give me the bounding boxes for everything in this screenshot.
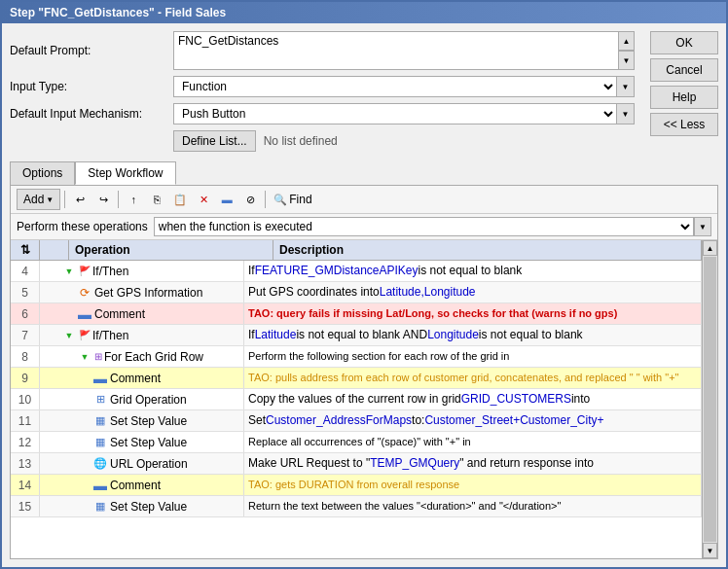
main-window: Step "FNC_GetDistances" - Field Sales De… bbox=[0, 0, 728, 569]
input-type-label: Input Type: bbox=[10, 80, 165, 93]
operation-label: Set Step Value bbox=[110, 500, 187, 514]
search-icon-btn[interactable]: 🔍 Find bbox=[270, 189, 315, 210]
row-operation[interactable]: ▼ 🚩 If/Then bbox=[40, 325, 244, 345]
table-row: 9 ▬ Comment TAO: pulls address from each… bbox=[11, 368, 702, 389]
row-description: Return the text between the values "<dur… bbox=[244, 496, 702, 516]
default-prompt-row: Default Prompt: FNC_GetDistances ▲ ▼ bbox=[10, 31, 635, 70]
paste-button[interactable]: 📋 bbox=[169, 189, 191, 210]
side-buttons: OK Cancel Help << Less bbox=[650, 31, 718, 152]
cancel-button[interactable]: Cancel bbox=[650, 58, 718, 82]
perform-dropdown-btn[interactable]: ▼ bbox=[694, 217, 711, 236]
row-description: Put GPS coordinates into Latitude,Longit… bbox=[244, 282, 702, 302]
row-num: 9 bbox=[11, 368, 40, 388]
row-description: Make URL Request to "TEMP_GMQuery" and r… bbox=[244, 453, 702, 474]
setstep-icon: ▦ bbox=[92, 499, 108, 515]
help-button[interactable]: Help bbox=[650, 86, 718, 109]
row-num: 14 bbox=[11, 475, 40, 495]
perform-select[interactable]: when the function is executed bbox=[154, 217, 694, 236]
scroll-thumb[interactable] bbox=[704, 257, 716, 542]
if-icon: 🚩 bbox=[79, 266, 91, 276]
vertical-scrollbar[interactable]: ▲ ▼ bbox=[702, 240, 717, 558]
url-icon: 🌐 bbox=[92, 456, 108, 472]
input-type-dropdown-btn[interactable]: ▼ bbox=[617, 76, 635, 97]
operation-label: Get GPS Information bbox=[94, 286, 202, 300]
prompt-scroll-up[interactable]: ▲ bbox=[619, 31, 635, 51]
row-operation[interactable]: ▦ Set Step Value bbox=[40, 410, 244, 431]
tab-step-workflow[interactable]: Step Workflow bbox=[75, 161, 175, 185]
table-row: 14 ▬ Comment TAO: gets DURATION from ove… bbox=[11, 475, 702, 496]
tab-content: Add ▼ ↩ ↪ ↑ ⎘ 📋 ✕ ▬ ⊘ 🔍 Fin bbox=[10, 185, 718, 559]
operation-label: URL Operation bbox=[110, 457, 188, 471]
comment-button[interactable]: ▬ bbox=[216, 189, 237, 210]
table-row: 12 ▦ Set Step Value Replace all occurren… bbox=[11, 432, 702, 453]
delete-button[interactable]: ✕ bbox=[193, 189, 214, 210]
row-description: If Latitude is not equal to blank AND Lo… bbox=[244, 325, 702, 345]
table-row: 10 ⊞ Grid Operation Copy the values of t… bbox=[11, 389, 702, 410]
define-list-button[interactable]: Define List... bbox=[173, 130, 256, 152]
row-num: 15 bbox=[11, 496, 40, 516]
add-button[interactable]: Add ▼ bbox=[17, 189, 60, 210]
sep2 bbox=[118, 191, 119, 208]
table-row: 15 ▦ Set Step Value Return the text betw… bbox=[11, 496, 702, 517]
row-description: TAO: gets DURATION from overall response bbox=[244, 475, 702, 495]
row-operation[interactable]: ▦ Set Step Value bbox=[40, 496, 244, 516]
tab-options[interactable]: Options bbox=[10, 161, 75, 185]
row-operation[interactable]: ⟳ Get GPS Information bbox=[40, 282, 244, 302]
sep3 bbox=[265, 191, 266, 208]
default-input-mechanism-dropdown-btn[interactable]: ▼ bbox=[617, 103, 635, 124]
table-row: 7 ▼ 🚩 If/Then If Latitude is not equal t… bbox=[11, 325, 702, 346]
default-prompt-label: Default Prompt: bbox=[10, 44, 165, 57]
input-type-select[interactable]: Function bbox=[173, 76, 617, 97]
comment-icon: ▬ bbox=[77, 306, 92, 322]
less-button[interactable]: << Less bbox=[650, 113, 718, 136]
row-operation[interactable]: ⊞ Grid Operation bbox=[40, 389, 244, 409]
operation-label: Grid Operation bbox=[110, 393, 187, 407]
copy-button[interactable]: ⎘ bbox=[146, 189, 167, 210]
scroll-up-btn[interactable]: ▲ bbox=[703, 240, 717, 256]
th-sort[interactable]: ⇅ bbox=[11, 240, 40, 260]
th-operation: Operation bbox=[69, 240, 273, 260]
ok-button[interactable]: OK bbox=[650, 31, 718, 54]
add-label: Add bbox=[23, 193, 44, 206]
disable-button[interactable]: ⊘ bbox=[239, 189, 261, 210]
prompt-scroll: ▲ ▼ bbox=[619, 31, 635, 70]
default-input-mechanism-row: Default Input Mechanism: Push Button ▼ bbox=[10, 103, 635, 124]
row-operation[interactable]: ▼ 🚩 If/Then bbox=[40, 261, 244, 281]
operation-label: If/Then bbox=[92, 265, 128, 278]
gridop-icon: ⊞ bbox=[92, 392, 108, 408]
table-row: 11 ▦ Set Step Value Set Customer_Address… bbox=[11, 410, 702, 432]
row-description: Perform the following section for each r… bbox=[244, 346, 702, 367]
define-list-row: Define List... No list defined bbox=[10, 130, 635, 152]
row-operation[interactable]: ▬ Comment bbox=[40, 368, 244, 388]
row-operation[interactable]: ▦ Set Step Value bbox=[40, 432, 244, 452]
operation-label: Comment bbox=[110, 479, 161, 492]
row-operation[interactable]: ▬ Comment bbox=[40, 303, 244, 324]
forgrid-icon: ▼ bbox=[77, 349, 92, 365]
prompt-scroll-down[interactable]: ▼ bbox=[619, 51, 635, 70]
table-row: 8 ▼ ⊞ For Each Grid Row Perform the foll… bbox=[11, 346, 702, 368]
no-list-label: No list defined bbox=[264, 134, 338, 148]
default-input-mechanism-label: Default Input Mechanism: bbox=[10, 107, 165, 121]
row-operation[interactable]: ▼ ⊞ For Each Grid Row bbox=[40, 346, 244, 367]
default-input-mechanism-select[interactable]: Push Button bbox=[173, 103, 617, 124]
operation-label: Comment bbox=[110, 372, 161, 385]
row-operation[interactable]: ▬ Comment bbox=[40, 475, 244, 495]
tabs-row: Options Step Workflow bbox=[10, 161, 718, 185]
row-operation[interactable]: 🌐 URL Operation bbox=[40, 453, 244, 474]
undo-button[interactable]: ↩ bbox=[69, 189, 91, 210]
table-row: 13 🌐 URL Operation Make URL Request to "… bbox=[11, 453, 702, 475]
redo-button[interactable]: ↪ bbox=[92, 189, 114, 210]
find-label: Find bbox=[289, 193, 311, 206]
ifthen-icon: ▼ bbox=[61, 264, 77, 279]
scroll-down-btn[interactable]: ▼ bbox=[703, 543, 717, 558]
row-num: 11 bbox=[11, 410, 40, 431]
operation-label: Set Step Value bbox=[110, 414, 187, 428]
operation-label: Comment bbox=[94, 307, 145, 321]
move-up-button[interactable]: ↑ bbox=[123, 189, 144, 210]
comment-icon: ▬ bbox=[92, 478, 108, 493]
if-icon: 🚩 bbox=[79, 330, 91, 340]
window-title: Step "FNC_GetDistances" - Field Sales bbox=[10, 6, 226, 19]
row-num: 12 bbox=[11, 432, 40, 452]
default-prompt-input[interactable]: FNC_GetDistances bbox=[173, 31, 619, 70]
input-type-row: Input Type: Function ▼ bbox=[10, 76, 635, 97]
